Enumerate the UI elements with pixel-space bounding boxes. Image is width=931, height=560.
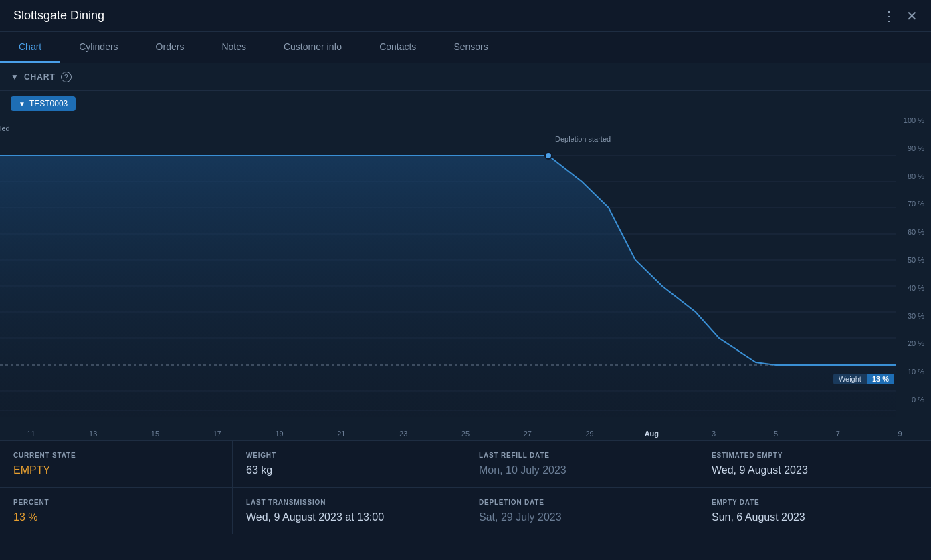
chevron-icon[interactable]: ▼ xyxy=(11,72,19,82)
section-title: CHART xyxy=(24,72,56,82)
stat-last-transmission: LAST TRANSMISSION Wed, 9 August 2023 at … xyxy=(233,488,466,534)
stat-value-percent: 13 % xyxy=(13,511,219,523)
stat-label-empty-date: EMPTY DATE xyxy=(712,499,918,506)
x-label-7: 7 xyxy=(807,430,869,438)
stat-empty-date: EMPTY DATE Sun, 6 August 2023 xyxy=(698,488,931,534)
stat-last-refill: LAST REFILL DATE Mon, 10 July 2023 xyxy=(466,441,698,487)
x-label-19: 19 xyxy=(248,430,310,438)
tab-customer-info[interactable]: Customer info xyxy=(265,32,360,63)
stat-value-last-refill: Mon, 10 July 2023 xyxy=(479,464,684,476)
stat-value-empty-date: Sun, 6 August 2023 xyxy=(712,511,918,523)
stat-percent: PERCENT 13 % xyxy=(0,488,233,534)
x-label-5: 5 xyxy=(745,430,807,438)
x-label-17: 17 xyxy=(186,430,248,438)
stat-label-last-transmission: LAST TRANSMISSION xyxy=(246,499,451,506)
stats-row-1: CURRENT STATE EMPTY WEIGHT 63 kg LAST RE… xyxy=(0,440,931,487)
x-label-9: 9 xyxy=(869,430,931,438)
tab-cylinders[interactable]: Cylinders xyxy=(60,32,136,63)
x-axis: 11 13 15 17 19 21 23 25 27 29 Aug 3 5 7 … xyxy=(0,424,931,440)
x-label-21: 21 xyxy=(310,430,373,438)
tab-orders[interactable]: Orders xyxy=(137,32,203,63)
tabs-bar: Chart Cylinders Orders Notes Customer in… xyxy=(0,32,931,63)
stat-value-current-state: EMPTY xyxy=(13,464,219,476)
tab-sensors[interactable]: Sensors xyxy=(435,32,506,63)
weight-percent: 13 % xyxy=(867,374,894,384)
badge-label: TEST0003 xyxy=(29,99,68,108)
weight-tag: Weight xyxy=(833,374,867,384)
stat-depletion-date: DEPLETION DATE Sat, 29 July 2023 xyxy=(466,488,698,534)
tab-chart[interactable]: Chart xyxy=(0,32,60,63)
x-label-27: 27 xyxy=(496,430,558,438)
stat-value-estimated-empty: Wed, 9 August 2023 xyxy=(712,464,918,476)
stat-current-state: CURRENT STATE EMPTY xyxy=(0,441,233,487)
tab-contacts[interactable]: Contacts xyxy=(360,32,435,63)
x-label-aug: Aug xyxy=(621,430,683,438)
x-label-29: 29 xyxy=(558,430,621,438)
stat-label-percent: PERCENT xyxy=(13,499,219,506)
stat-value-last-transmission: Wed, 9 August 2023 at 13:00 xyxy=(246,511,451,523)
header-actions: ⋮ ✕ xyxy=(882,8,918,24)
stat-label-depletion-date: DEPLETION DATE xyxy=(479,499,684,506)
stat-label-last-refill: LAST REFILL DATE xyxy=(479,452,684,459)
page-title: Slottsgate Dining xyxy=(13,9,104,23)
x-label-11: 11 xyxy=(0,430,62,438)
stats-row-2: PERCENT 13 % LAST TRANSMISSION Wed, 9 Au… xyxy=(0,487,931,534)
x-label-15: 15 xyxy=(124,430,187,438)
info-icon[interactable]: ? xyxy=(61,72,72,82)
stat-weight: WEIGHT 63 kg xyxy=(233,441,466,487)
close-icon[interactable]: ✕ xyxy=(906,8,918,24)
y-label-100: 100 % xyxy=(904,116,924,124)
x-label-25: 25 xyxy=(435,430,497,438)
tab-notes[interactable]: Notes xyxy=(203,32,265,63)
stat-estimated-empty: ESTIMATED EMPTY Wed, 9 August 2023 xyxy=(698,441,931,487)
stat-value-weight: 63 kg xyxy=(246,464,451,476)
badge-icon: ▼ xyxy=(19,100,25,108)
chart-svg xyxy=(0,130,931,417)
more-icon[interactable]: ⋮ xyxy=(882,8,896,24)
device-badge[interactable]: ▼ TEST0003 xyxy=(11,96,76,111)
svg-point-11 xyxy=(545,152,552,159)
badge-container: ▼ TEST0003 xyxy=(0,91,931,116)
x-label-23: 23 xyxy=(373,430,435,438)
x-label-13: 13 xyxy=(62,430,124,438)
x-label-3: 3 xyxy=(683,430,745,438)
stat-label-estimated-empty: ESTIMATED EMPTY xyxy=(712,452,918,459)
weight-indicator: Weight 13 % xyxy=(833,374,894,384)
stat-label-weight: WEIGHT xyxy=(246,452,451,459)
section-header: ▼ CHART ? xyxy=(0,63,931,91)
header: Slottsgate Dining ⋮ ✕ xyxy=(0,0,931,32)
stat-label-current-state: CURRENT STATE xyxy=(13,452,219,459)
chart-area: led Depletion started 100 % xyxy=(0,116,931,424)
stat-value-depletion-date: Sat, 29 July 2023 xyxy=(479,511,684,523)
